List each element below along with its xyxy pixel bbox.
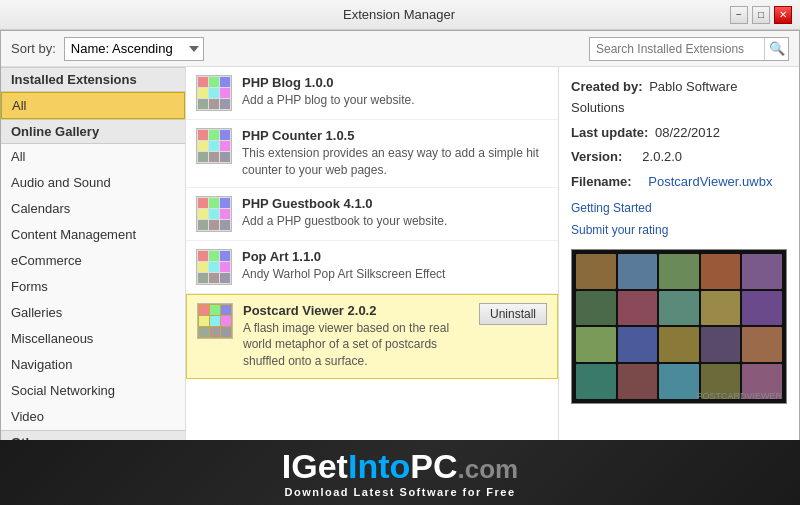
window-controls: − □ ✕ <box>730 6 792 24</box>
watermark-com: .com <box>457 454 518 485</box>
detail-created-by: Created by: Pablo Software Solutions <box>571 77 787 119</box>
sidebar-item-social-networking[interactable]: Social Networking <box>1 378 185 404</box>
content-area: Installed Extensions All Online Gallery … <box>1 67 799 468</box>
detail-version: Version: 2.0.2.0 <box>571 147 787 168</box>
thumb-2 <box>618 254 658 289</box>
ext-icon-pop-art <box>196 249 232 285</box>
uninstall-button[interactable]: Uninstall <box>479 303 547 325</box>
ext-desc-php-counter: This extension provides an easy way to a… <box>242 145 548 179</box>
sort-label: Sort by: <box>11 41 56 56</box>
title-bar: Extension Manager − □ ✕ <box>0 0 800 30</box>
ext-icon-php-blog <box>196 75 232 111</box>
sidebar-item-navigation[interactable]: Navigation <box>1 352 185 378</box>
thumb-6 <box>576 291 616 326</box>
thumb-3 <box>659 254 699 289</box>
thumb-14 <box>701 327 741 362</box>
thumb-1 <box>576 254 616 289</box>
extension-item-php-blog[interactable]: PHP Blog 1.0.0 Add a PHP blog to your we… <box>186 67 558 120</box>
detail-last-update: Last update: 08/22/2012 <box>571 123 787 144</box>
ext-info-pop-art: Pop Art 1.1.0 Andy Warhol Pop Art Silksc… <box>242 249 548 283</box>
ext-desc-postcard-viewer: A flash image viewer based on the real w… <box>243 320 469 370</box>
sidebar-item-all-online[interactable]: All <box>1 144 185 170</box>
close-window-button[interactable]: ✕ <box>774 6 792 24</box>
thumb-9 <box>701 291 741 326</box>
toolbar: Sort by: Name: Ascending Name: Descendin… <box>1 31 799 67</box>
window-title: Extension Manager <box>68 7 730 22</box>
installed-extensions-header: Installed Extensions <box>1 67 185 92</box>
details-panel: Created by: Pablo Software Solutions Las… <box>559 67 799 468</box>
extension-item-postcard-viewer[interactable]: Postcard Viewer 2.0.2 A flash image view… <box>186 294 558 379</box>
ext-name-php-blog: PHP Blog 1.0.0 <box>242 75 548 90</box>
thumb-13 <box>659 327 699 362</box>
preview-label: POSTCARDVIEWER <box>696 391 782 401</box>
watermark-pc-text: PC <box>410 447 457 486</box>
sidebar-item-miscellaneous[interactable]: Miscellaneous <box>1 326 185 352</box>
thumb-4 <box>701 254 741 289</box>
thumb-8 <box>659 291 699 326</box>
ext-desc-pop-art: Andy Warhol Pop Art Silkscreen Effect <box>242 266 548 283</box>
thumb-16 <box>576 364 616 399</box>
sidebar: Installed Extensions All Online Gallery … <box>1 67 186 468</box>
version-value: 2.0.2.0 <box>642 149 682 164</box>
ext-name-postcard-viewer: Postcard Viewer 2.0.2 <box>243 303 469 318</box>
extension-item-php-counter[interactable]: PHP Counter 1.0.5 This extension provide… <box>186 120 558 188</box>
ext-info-php-counter: PHP Counter 1.0.5 This extension provide… <box>242 128 548 179</box>
thumb-7 <box>618 291 658 326</box>
sort-select[interactable]: Name: Ascending Name: Descending Date: A… <box>64 37 204 61</box>
ext-desc-php-guestbook: Add a PHP guestbook to your website. <box>242 213 548 230</box>
search-input[interactable] <box>590 38 764 60</box>
version-label: Version: <box>571 149 622 164</box>
thumb-17 <box>618 364 658 399</box>
main-window: Sort by: Name: Ascending Name: Descendin… <box>0 30 800 505</box>
ext-info-php-blog: PHP Blog 1.0.0 Add a PHP blog to your we… <box>242 75 548 109</box>
thumb-18 <box>659 364 699 399</box>
filename-label: Filename: <box>571 174 632 189</box>
ext-info-php-guestbook: PHP Guestbook 4.1.0 Add a PHP guestbook … <box>242 196 548 230</box>
ext-actions-postcard-viewer: Uninstall <box>479 303 547 329</box>
online-gallery-header: Online Gallery <box>1 119 185 144</box>
detail-filename: Filename: PostcardViewer.uwbx <box>571 172 787 193</box>
minimize-button[interactable]: − <box>730 6 748 24</box>
ext-desc-php-blog: Add a PHP blog to your website. <box>242 92 548 109</box>
thumb-12 <box>618 327 658 362</box>
sidebar-item-forms[interactable]: Forms <box>1 274 185 300</box>
watermark-subtext: Download Latest Software for Free <box>284 486 515 498</box>
extension-item-pop-art[interactable]: Pop Art 1.1.0 Andy Warhol Pop Art Silksc… <box>186 241 558 294</box>
extension-list: PHP Blog 1.0.0 Add a PHP blog to your we… <box>186 67 559 468</box>
sidebar-item-audio-sound[interactable]: Audio and Sound <box>1 170 185 196</box>
ext-icon-php-guestbook <box>196 196 232 232</box>
ext-name-php-guestbook: PHP Guestbook 4.1.0 <box>242 196 548 211</box>
thumb-15 <box>742 327 782 362</box>
last-update-value: 08/22/2012 <box>655 125 720 140</box>
search-button[interactable]: 🔍 <box>764 38 788 60</box>
watermark-logo: IGet Into PC .com <box>282 447 518 486</box>
maximize-button[interactable]: □ <box>752 6 770 24</box>
watermark-overlay: IGet Into PC .com Download Latest Softwa… <box>0 440 800 505</box>
thumb-5 <box>742 254 782 289</box>
sidebar-item-galleries[interactable]: Galleries <box>1 300 185 326</box>
last-update-label: Last update: <box>571 125 648 140</box>
thumb-10 <box>742 291 782 326</box>
filename-value: PostcardViewer.uwbx <box>648 174 772 189</box>
ext-name-pop-art: Pop Art 1.1.0 <box>242 249 548 264</box>
watermark-into: Into <box>348 447 410 486</box>
getting-started-link[interactable]: Getting Started <box>571 201 787 215</box>
sidebar-item-ecommerce[interactable]: eCommerce <box>1 248 185 274</box>
ext-info-postcard-viewer: Postcard Viewer 2.0.2 A flash image view… <box>243 303 469 370</box>
submit-rating-link[interactable]: Submit your rating <box>571 223 787 237</box>
watermark-iget: IGet <box>282 447 348 486</box>
sidebar-item-content-management[interactable]: Content Management <box>1 222 185 248</box>
preview-grid <box>572 250 786 403</box>
sidebar-item-video[interactable]: Video <box>1 404 185 430</box>
thumb-11 <box>576 327 616 362</box>
sidebar-item-calendars[interactable]: Calendars <box>1 196 185 222</box>
created-by-label: Created by: <box>571 79 643 94</box>
ext-icon-postcard-viewer <box>197 303 233 339</box>
sidebar-item-all-installed[interactable]: All <box>1 92 185 119</box>
extension-item-php-guestbook[interactable]: PHP Guestbook 4.1.0 Add a PHP guestbook … <box>186 188 558 241</box>
search-box: 🔍 <box>589 37 789 61</box>
ext-icon-php-counter <box>196 128 232 164</box>
ext-name-php-counter: PHP Counter 1.0.5 <box>242 128 548 143</box>
preview-image: POSTCARDVIEWER <box>571 249 787 404</box>
